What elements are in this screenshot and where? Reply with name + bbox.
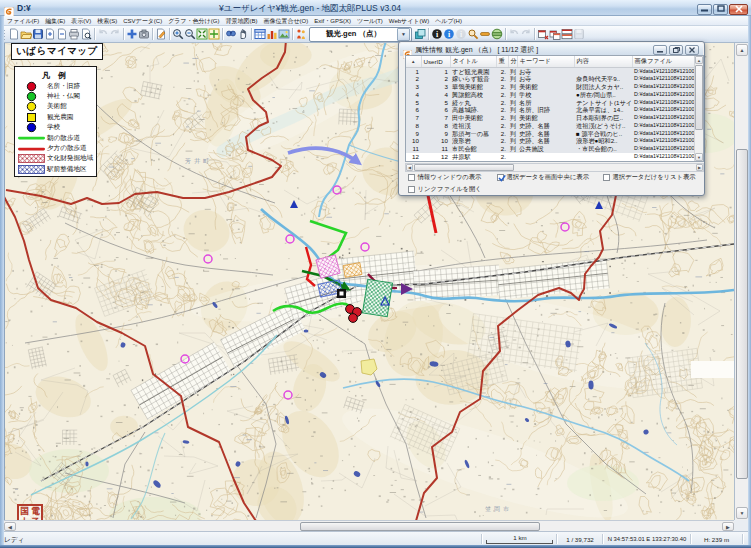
attr-row-1[interactable]: 11すど観光農園2.判お寺D:¥data1¥121108¥121001研修	[406, 67, 695, 75]
attr-row-3[interactable]: 33華鴒美術館2.判美術館財団法人タカヤ..D:¥data1¥121108¥12…	[406, 83, 695, 91]
menu-item-2[interactable]: 編集(E)	[42, 16, 68, 26]
toolbar-button-redo[interactable]	[109, 27, 121, 42]
toolbar-button-print[interactable]	[68, 27, 80, 42]
attr-checkbox-4[interactable]: リンクファイルを開く	[408, 185, 482, 194]
checkbox-box[interactable]	[408, 174, 415, 181]
attr-row-12[interactable]: 1212井原駅2.D:¥data1¥121108¥121001研修	[406, 153, 695, 161]
attr-checkbox-3[interactable]: 選択データだけをリスト表示	[603, 173, 696, 182]
toolbar-button-redo2[interactable]	[520, 27, 532, 42]
attr-scroll-right[interactable]: ▶	[696, 164, 703, 171]
attr-column-header-3[interactable]: タイトル	[450, 56, 496, 67]
attr-vscroll-thumb[interactable]	[695, 65, 703, 130]
menu-item-6[interactable]: グラフ・色分け(G)	[165, 16, 222, 26]
menu-item-10[interactable]: ツール(T)	[354, 16, 386, 26]
attr-row-2[interactable]: 22嫁いらず観音2.判お寺奈良時代天平9..D:¥data1¥121108¥12…	[406, 75, 695, 83]
maximize-button[interactable]	[713, 4, 728, 15]
attr-column-header-1[interactable]: ▲	[406, 56, 421, 67]
checkbox-box[interactable]	[408, 186, 415, 193]
menu-item-9[interactable]: Exif・GPS(X)	[311, 16, 354, 26]
attr-row-5[interactable]: 55経ヶ丸2.判名所テントサイト(1サイ..D:¥data1¥121108¥12…	[406, 99, 695, 107]
toolbar-button-search[interactable]	[225, 27, 237, 42]
menu-item-5[interactable]: CSVデータ(C)	[120, 16, 165, 26]
attr-row-6[interactable]: 66高越城跡.2.判名所、旧跡北条早雲は、14..D:¥data1¥121108…	[406, 106, 695, 114]
minimize-button[interactable]	[697, 4, 712, 15]
toolbar-button-layers[interactable]	[414, 27, 426, 42]
attr-row-9[interactable]: 99那須与一の墓2.判史跡、名勝■ 源平合戦のヒ..D:¥data1¥12110…	[406, 130, 695, 138]
toolbar-button-attribute-table[interactable]	[254, 27, 266, 42]
toolbar-button-image[interactable]	[278, 27, 290, 42]
toolbar-button-fit-extent[interactable]	[196, 27, 208, 42]
scroll-left-button[interactable]: ◀	[4, 522, 16, 531]
toolbar-button-save-all[interactable]	[573, 27, 585, 42]
toolbar-button-print-preview[interactable]	[80, 27, 92, 42]
toolbar-button-zoom-out[interactable]	[184, 27, 196, 42]
attr-scroll-down[interactable]: ▼	[695, 153, 703, 161]
attr-column-header-2[interactable]: UserID	[421, 56, 450, 67]
toolbar-button-window-tile[interactable]	[561, 27, 573, 42]
attribute-table[interactable]: ▲UserIDタイトル重分キーワード内容画像ファイル11すど観光農園2.判お寺D…	[405, 55, 704, 162]
toolbar-button-undo2[interactable]	[508, 27, 520, 42]
attribute-info-window[interactable]: 属性情報 観光.gen （点） [ 11/12 選択 ] ▲UserIDタイトル…	[398, 41, 705, 196]
attr-row-7[interactable]: 77田中美術館2.判美術館日本彫刻界の巨..D:¥data1¥121108¥12…	[406, 114, 695, 122]
toolbar-button-edit-attribute[interactable]	[155, 27, 167, 42]
toolbar-button-fit-layer[interactable]	[208, 27, 220, 42]
attr-column-header-8[interactable]: 画像ファイル	[632, 56, 695, 67]
title-bar[interactable]: D:¥ ¥ユーザレイヤ¥観光.gen - 地図太郎PLUS v3.04	[0, 0, 751, 16]
attr-column-header-7[interactable]: 内容	[574, 56, 632, 67]
toolbar-button-symbol-people[interactable]	[295, 27, 307, 42]
attr-row-4[interactable]: 44興譲館高校2.判学校●所在/岡山県..D:¥data1¥121108¥121…	[406, 91, 695, 99]
attr-row-11[interactable]: 1111市民会館2.判公共施設・市民会館の..D:¥data1¥121108¥1…	[406, 145, 695, 153]
toolbar-button-undo[interactable]	[97, 27, 109, 42]
attribute-table-vscrollbar[interactable]: ▲ ▼	[694, 56, 703, 161]
toolbar-button-info-black[interactable]: i	[431, 27, 443, 42]
vertical-scroll-thumb[interactable]	[736, 149, 748, 479]
map-vertical-scrollbar[interactable]: ▲ ▼	[734, 43, 748, 520]
toolbar-button-chart[interactable]	[266, 27, 278, 42]
toolbar-button-window-cascade[interactable]	[549, 27, 561, 42]
attr-column-header-4[interactable]: 重	[496, 56, 508, 67]
combo-dropdown-icon[interactable]: ▼	[397, 28, 410, 41]
toolbar-button-magnifier-small[interactable]	[467, 27, 479, 42]
menu-item-7[interactable]: 背景地図(B)	[222, 16, 260, 26]
attr-minimize-button[interactable]	[653, 45, 667, 55]
toolbar-button-minus-orange[interactable]	[479, 27, 491, 42]
toolbar-button-info-gray[interactable]: i	[455, 27, 467, 42]
scroll-down-button[interactable]: ▼	[736, 507, 748, 519]
close-button[interactable]	[729, 4, 748, 15]
scroll-up-button[interactable]: ▲	[736, 44, 748, 56]
toolbar-button-import-page[interactable]	[44, 27, 56, 42]
attr-scroll-up[interactable]: ▲	[695, 56, 703, 64]
attr-column-header-6[interactable]: キーワード	[517, 56, 574, 67]
menu-item-4[interactable]: 検索(S)	[94, 16, 120, 26]
checkbox-box[interactable]	[603, 174, 610, 181]
attr-hscroll-thumb[interactable]	[414, 164, 514, 171]
attr-scroll-left[interactable]: ◀	[406, 164, 413, 171]
attr-checkbox-1[interactable]: 情報ウィンドウの表示	[408, 173, 481, 182]
toolbar-button-export-page[interactable]	[56, 27, 68, 42]
menu-item-11[interactable]: Webサイト(W)	[386, 16, 432, 26]
menu-item-1[interactable]: ファイル(F)	[4, 16, 42, 26]
toolbar-button-pan-hand[interactable]	[237, 27, 249, 42]
attr-column-header-5[interactable]: 分	[508, 56, 517, 67]
toolbar-button-new-file[interactable]	[8, 27, 20, 42]
toolbar-button-save-file[interactable]	[32, 27, 44, 42]
menu-item-8[interactable]: 画像位置合せ(O)	[260, 16, 311, 26]
attr-row-8[interactable]: 88道祖渓2.判史跡、名勝道祖渓(どうそけ..D:¥data1¥121108¥1…	[406, 122, 695, 130]
attr-row-10[interactable]: 1010浪形岩2.判史跡、名勝浪形岩●昭和2..D:¥data1¥121108¥…	[406, 137, 695, 145]
toolbar-button-open-file[interactable]	[20, 27, 32, 42]
toolbar-button-zoom-in[interactable]	[172, 27, 184, 42]
attr-close-button[interactable]	[685, 45, 699, 55]
scroll-right-button[interactable]: ▶	[722, 522, 734, 531]
attr-restore-button[interactable]	[669, 45, 683, 55]
menu-item-3[interactable]: 表示(V)	[68, 16, 94, 26]
checkbox-box[interactable]	[497, 174, 504, 181]
toolbar-button-add-point[interactable]	[126, 27, 138, 42]
toolbar-button-info-blue[interactable]: i	[443, 27, 455, 42]
attribute-table-hscrollbar[interactable]: ◀ ▶	[405, 163, 704, 172]
map-horizontal-scrollbar[interactable]: ◀ ▶	[4, 520, 734, 531]
layer-select-combo[interactable]: 観光.gen （点）▼	[309, 27, 412, 42]
toolbar-button-window-new[interactable]	[537, 27, 549, 42]
toolbar-button-globe[interactable]	[491, 27, 503, 42]
attr-checkbox-2[interactable]: 選択データを画面中央に表示	[497, 173, 589, 182]
horizontal-scroll-thumb[interactable]	[300, 522, 540, 531]
